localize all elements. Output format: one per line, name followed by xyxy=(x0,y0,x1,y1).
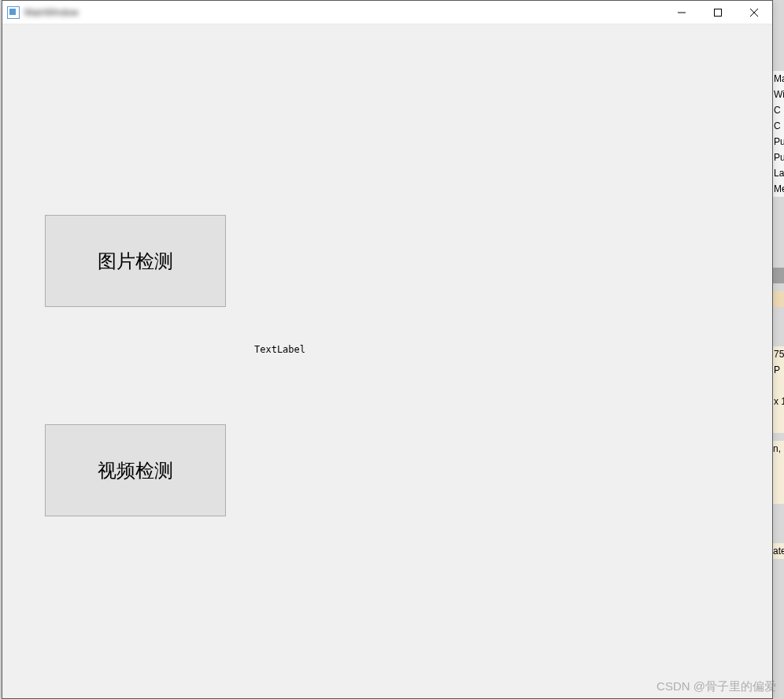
background-panel-props3: ate xyxy=(773,543,784,559)
bg-item: Pu xyxy=(773,150,784,165)
main-window: MainWindow 图片检测 视频检测 TextLabel xyxy=(2,0,773,699)
titlebar-left: MainWindow xyxy=(7,6,79,19)
bg-item: C xyxy=(773,118,784,134)
bg-item: P xyxy=(773,362,784,378)
maximize-button[interactable] xyxy=(700,1,736,24)
background-panel-props: 75 P x 1 xyxy=(773,346,784,433)
svg-rect-1 xyxy=(715,9,722,16)
close-button[interactable] xyxy=(736,1,772,24)
bg-item: Pu xyxy=(773,134,784,150)
close-icon xyxy=(750,9,758,17)
video-detect-button[interactable]: 视频检测 xyxy=(45,424,226,516)
bg-item xyxy=(773,378,784,394)
bg-item: C xyxy=(773,102,784,118)
background-panel-props2: n, xyxy=(773,441,784,504)
bg-item: Wi xyxy=(773,87,784,102)
window-controls xyxy=(664,1,772,24)
maximize-icon xyxy=(714,9,722,17)
bg-item: 75 xyxy=(773,346,784,362)
bg-item: Ma xyxy=(773,71,784,87)
client-area: 图片检测 视频检测 TextLabel xyxy=(2,24,772,698)
background-panel-divider xyxy=(773,268,784,283)
bg-item: x 1 xyxy=(773,394,784,409)
window-title: MainWindow xyxy=(24,7,79,18)
bg-item: n, xyxy=(773,441,784,457)
minimize-icon xyxy=(678,9,686,17)
image-detect-button[interactable]: 图片检测 xyxy=(45,215,226,307)
bg-item: Me xyxy=(773,181,784,197)
titlebar[interactable]: MainWindow xyxy=(2,1,772,24)
background-panel-object-list: Ma Wi C C Pu Pu La Me xyxy=(773,71,784,197)
background-panel-row xyxy=(773,291,784,307)
text-label: TextLabel xyxy=(254,344,305,355)
app-icon xyxy=(7,6,20,19)
bg-item: La xyxy=(773,165,784,181)
bg-item: ate xyxy=(773,543,784,559)
minimize-button[interactable] xyxy=(664,1,700,24)
